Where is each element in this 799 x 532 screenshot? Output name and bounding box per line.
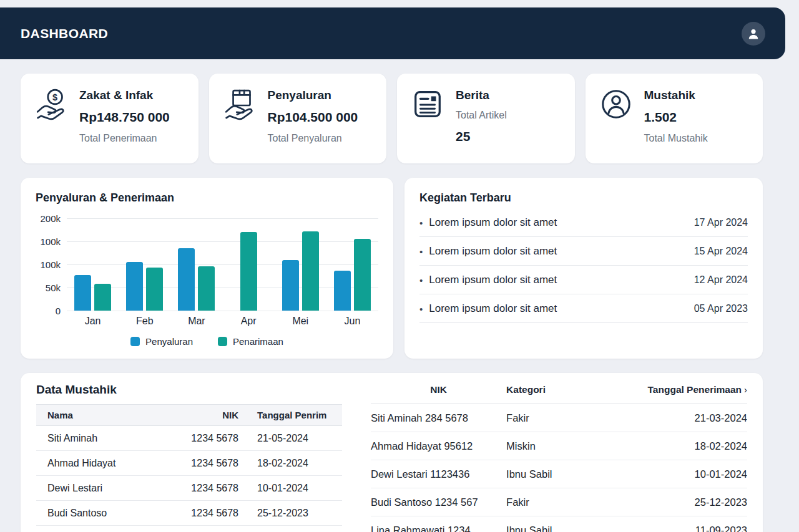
- cell-tanggal: 10-01-2024: [238, 483, 331, 494]
- cell-tanggal: 11-09-2023: [615, 525, 747, 532]
- column-header-nik: NIK: [371, 384, 506, 395]
- activity-text: Lorem ipsum dolor sit amet: [429, 302, 557, 315]
- stat-card-zakat: $ Zakat & Infak Rp148.750 000 Total Pene…: [21, 74, 199, 163]
- bar-penyaluran-feb: [126, 262, 143, 311]
- cell-nik: Lina Rahmawati 1234: [371, 525, 506, 532]
- stat-title: Mustahik: [644, 89, 708, 102]
- bullet-icon: •: [419, 304, 423, 314]
- stat-subtitle: Total Artikel: [456, 110, 507, 121]
- cell-nama: Budi Santoso: [47, 508, 170, 519]
- activity-date: 17 Apr 2024: [694, 217, 748, 228]
- column-header-kategori: Kategori: [506, 384, 615, 395]
- bullet-icon: •: [419, 275, 423, 286]
- activities-panel: Kegiatan Terbaru • Lorem ipsum dolor sit…: [404, 178, 763, 359]
- bar-group-feb: [119, 218, 170, 311]
- y-tick-label: 0: [56, 306, 61, 316]
- bar-penarimaan-mar: [198, 266, 215, 311]
- x-tick-label: Apr: [223, 316, 275, 327]
- stat-title: Zakat & Infak: [79, 89, 170, 102]
- bar-penarimaan-apr: [240, 232, 257, 311]
- bar-penarimaan-jan: [94, 284, 111, 311]
- bar-group-mei: [275, 218, 326, 311]
- table-row: Siti Aminah 284 5678 Fakir 21-03-2024: [371, 404, 747, 432]
- page-title: DASHBOARD: [21, 26, 108, 41]
- hand-coin-icon: $: [34, 87, 71, 163]
- cell-tanggal: 21-05-2024: [238, 433, 331, 444]
- bar-penarimaan-jun: [354, 239, 371, 311]
- chart-plot: [67, 218, 378, 311]
- legend-item-penyaluran: Penyaluran: [130, 336, 193, 347]
- y-tick-label: 200k: [40, 213, 61, 224]
- cell-tanggal: 25-12-2023: [238, 508, 331, 519]
- cell-nik: 1234 5678: [170, 458, 238, 469]
- legend-label: Penyaluran: [145, 336, 193, 347]
- column-header-tanggal: Tanggal Penrim: [238, 410, 331, 420]
- user-circle-icon: [599, 87, 635, 163]
- cell-tanggal: 18-02-2024: [238, 458, 331, 469]
- stat-cards-row: $ Zakat & Infak Rp148.750 000 Total Pene…: [21, 74, 763, 163]
- bar-group-jan: [67, 218, 119, 311]
- legend-swatch: [218, 337, 227, 346]
- legend-swatch: [130, 337, 140, 346]
- column-header-nama: Nama: [47, 410, 170, 420]
- cell-kategori: Ibnu Sabil: [506, 525, 615, 532]
- stat-value: Rp104.500 000: [268, 110, 358, 125]
- stat-card-penyaluran: Penyaluran Rp104.500 000 Total Penyalura…: [209, 74, 387, 163]
- stat-subtitle: Total Penerimaan: [79, 133, 170, 144]
- data-mustahik-panel: Data Mustahik Nama NIK Tanggal Penrim Si…: [21, 373, 763, 532]
- column-header-tanggal-penerimaan[interactable]: Tanggal Penerimaan›: [615, 384, 747, 395]
- table-row: Lina Rahmawati 1234 Ibnu Sabil 11-09-202…: [371, 516, 747, 532]
- stat-title: Penyaluran: [268, 89, 358, 102]
- table-header-row: NIK Kategori Tanggal Penerimaan›: [371, 378, 747, 404]
- x-tick-label: Jan: [67, 316, 119, 327]
- activity-date: 12 Apr 2024: [694, 274, 748, 286]
- cell-tanggal: 25-12-2023: [615, 496, 747, 508]
- bar-penyaluran-mei: [282, 260, 299, 311]
- top-navbar: DASHBOARD: [0, 7, 785, 59]
- stat-title: Berita: [456, 89, 507, 102]
- chart-panel: Penyaluran & Penerimaan 200k100k100k50k0…: [21, 178, 393, 359]
- activity-item: • Lorem ipsum dolor sit amet 05 Apr 2023: [419, 294, 748, 323]
- stat-value: 1.502: [644, 110, 708, 125]
- cell-nik: Budi Santoso 1234 567: [371, 496, 506, 508]
- activity-item: • Lorem ipsum dolor sit amet 17 Apr 2024: [419, 208, 748, 237]
- table-row: Siti Aminah 1234 5678 21-05-2024: [36, 426, 342, 451]
- bar-group-apr: [223, 218, 275, 311]
- table-row: Ahmad Hidayat 1234 5678 18-02-2024: [36, 451, 342, 476]
- table-header-row: Nama NIK Tanggal Penrim: [36, 404, 342, 426]
- stat-value: Rp148.750 000: [79, 110, 170, 125]
- stat-card-berita: Berita Total Artikel 25: [397, 74, 575, 163]
- person-icon: [746, 26, 761, 41]
- chevron-right-icon: ›: [744, 384, 747, 395]
- bullet-icon: •: [419, 218, 423, 228]
- svg-text:$: $: [52, 92, 57, 102]
- cell-nik: 1234 5678: [170, 508, 238, 519]
- table-row: Dewi Lestari 1234 5678 10-01-2024: [36, 476, 342, 501]
- x-tick-label: Mar: [170, 316, 222, 327]
- chart-y-axis: 200k100k100k50k0: [36, 218, 67, 311]
- y-tick-label: 100k: [40, 259, 61, 270]
- bar-penarimaan-feb: [146, 268, 163, 311]
- x-tick-label: Jun: [326, 316, 378, 327]
- table-row: Lina Rahmawati 1234 5678 11-07-2023: [36, 526, 342, 532]
- bar-penarimaan-mei: [302, 231, 319, 311]
- hand-box-icon: [223, 87, 259, 163]
- chart-x-axis: JanFebMarAprMeiJun: [67, 316, 378, 327]
- activity-text: Lorem ipsum dolor sit amet: [429, 245, 557, 258]
- cell-nama: Dewi Lestari: [47, 483, 170, 494]
- activity-item: • Lorem ipsum dolor sit amet 15 Apr 2024: [419, 237, 748, 266]
- cell-kategori: Miskin: [506, 440, 615, 452]
- activities-title: Kegiatan Terbaru: [419, 191, 748, 205]
- cell-kategori: Fakir: [506, 496, 615, 508]
- user-avatar-button[interactable]: [742, 22, 765, 46]
- bar-penyaluran-jun: [334, 271, 351, 311]
- bar-group-jun: [326, 218, 378, 311]
- stat-subtitle: Total Penyaluran: [268, 133, 358, 144]
- bar-penyaluran-jan: [74, 275, 91, 311]
- cell-nik: Siti Aminah 284 5678: [371, 412, 506, 424]
- table-row: Budi Santoso 1234 5678 25-12-2023: [36, 501, 342, 526]
- bullet-icon: •: [419, 246, 423, 257]
- bar-groups: [67, 218, 378, 311]
- legend-label: Penarimaan: [233, 336, 283, 347]
- activity-text: Lorem ipsum dolor sit amet: [429, 216, 557, 229]
